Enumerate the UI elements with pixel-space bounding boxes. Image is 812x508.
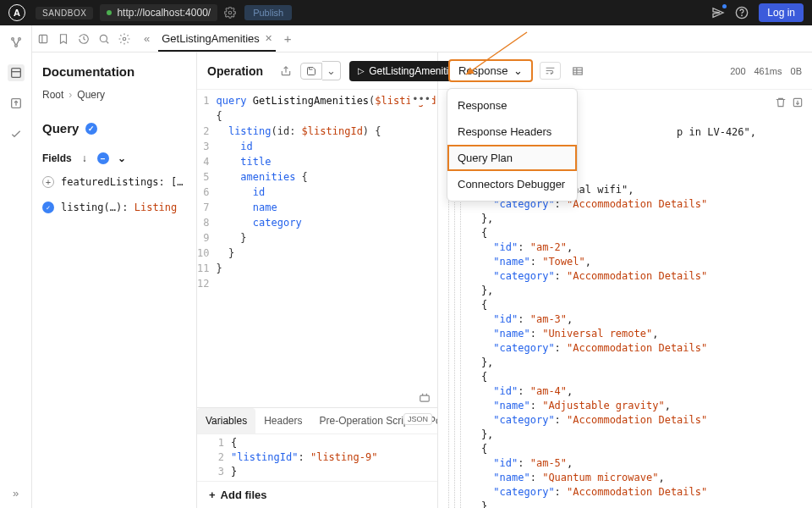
add-files-label: Add files: [221, 489, 267, 501]
overflow-icon[interactable]: •••: [410, 93, 432, 105]
status-code: 200: [730, 66, 745, 76]
topbar: A SANDBOX http://localhost:4000/ Publish…: [0, 0, 812, 25]
vars-content[interactable]: { "listingId": "listing-9"}: [231, 436, 377, 479]
breadcrumb: Root › Query: [42, 89, 186, 101]
format-icon[interactable]: [419, 392, 431, 404]
code-content[interactable]: query GetListingAmenities($listingId: ID…: [216, 93, 437, 407]
dd-item-query-plan[interactable]: Query Plan: [447, 145, 577, 171]
field-featured-listings[interactable]: + featuredListings: […: [42, 174, 186, 190]
svg-point-9: [100, 35, 107, 41]
save-button-group[interactable]: ⌄: [300, 61, 341, 80]
svg-point-10: [123, 37, 126, 41]
svg-rect-11: [420, 395, 430, 401]
collapse-panel-icon[interactable]: «: [144, 32, 150, 45]
svg-rect-8: [39, 35, 47, 42]
tab-label: GetListingAmenities: [162, 32, 260, 45]
login-button[interactable]: Log in: [759, 3, 804, 22]
svg-point-4: [18, 38, 20, 41]
explorer-icon[interactable]: [8, 64, 25, 81]
svg-point-0: [228, 11, 232, 14]
field-label: listing(…): Listing: [61, 202, 177, 213]
field-listing[interactable]: ✓ listing(…): Listing: [42, 200, 186, 215]
json-badge: JSON: [403, 413, 432, 425]
chevron-right-icon: ›: [69, 89, 72, 101]
add-tab-icon[interactable]: +: [284, 31, 292, 46]
gear-icon[interactable]: [224, 7, 236, 19]
history-icon[interactable]: [78, 33, 90, 45]
table-icon[interactable]: [568, 63, 588, 80]
dd-item-response-headers[interactable]: Response Headers: [447, 119, 577, 145]
save-icon[interactable]: [300, 63, 322, 80]
panel-icon[interactable]: [37, 33, 49, 45]
expand-icon[interactable]: »: [13, 487, 19, 500]
notification-dot: [722, 4, 727, 8]
left-iconbar: »: [0, 25, 32, 508]
wrap-icon[interactable]: [540, 62, 561, 80]
query-heading-label: Query: [42, 121, 79, 135]
svg-point-2: [742, 15, 743, 16]
logo[interactable]: A: [8, 4, 25, 21]
check-circle-icon[interactable]: ✓: [42, 202, 54, 213]
variables-panel: Variables Headers Pre-Operation Script P…: [197, 407, 437, 508]
svg-point-5: [14, 45, 17, 47]
help-icon[interactable]: [735, 6, 749, 19]
chevron-down-icon[interactable]: ⌄: [322, 61, 341, 80]
field-label: featuredListings: […: [61, 176, 184, 188]
schema-icon[interactable]: [8, 34, 25, 51]
operation-title: Operation: [207, 64, 263, 78]
share-icon[interactable]: [280, 65, 292, 77]
response-dropdown-menu: Response Response Headers Query Plan Con…: [447, 88, 578, 202]
breadcrumb-query[interactable]: Query: [77, 89, 105, 101]
response-panel: Response ⌄ 200 461ms 0B Response Respons…: [438, 52, 812, 508]
dd-item-connectors-debugger[interactable]: Connectors Debugger: [447, 171, 577, 197]
check-badge-icon: ✓: [85, 123, 97, 135]
notification-icon[interactable]: [711, 6, 725, 19]
bookmark-icon[interactable]: [58, 33, 69, 45]
operation-panel: Operation ⌄ GetListingAmenities 1 234567…: [197, 52, 438, 508]
tab-headers[interactable]: Headers: [255, 408, 310, 433]
chevron-down-icon: ⌄: [513, 64, 523, 77]
publish-button[interactable]: Publish: [244, 5, 292, 20]
gutter: 1 23456789101112: [197, 93, 216, 407]
tabbar: « GetListingAmenities ✕ +: [32, 25, 812, 52]
close-icon[interactable]: ✕: [265, 33, 272, 44]
breadcrumb-root[interactable]: Root: [42, 89, 63, 101]
minus-circle-icon[interactable]: −: [97, 152, 109, 164]
query-heading: Query ✓: [42, 121, 186, 135]
variables-editor[interactable]: 123 { "listingId": "listing-9"}: [197, 434, 437, 481]
svg-point-3: [11, 38, 14, 41]
response-meta: 200 461ms 0B: [730, 66, 802, 76]
vars-gutter: 123: [197, 436, 231, 479]
fields-row: Fields ↓ − ⌄: [42, 152, 186, 164]
response-dropdown[interactable]: Response ⌄: [448, 59, 533, 82]
checks-icon[interactable]: [8, 125, 25, 142]
response-size: 0B: [791, 66, 802, 76]
plus-icon: +: [209, 489, 216, 501]
sandbox-badge: SANDBOX: [36, 7, 93, 19]
svg-rect-6: [11, 69, 20, 78]
settings-icon[interactable]: [118, 33, 130, 45]
status-dot-icon: [107, 10, 112, 15]
chevron-down-icon[interactable]: ⌄: [116, 152, 128, 164]
add-files-button[interactable]: +Add files: [197, 481, 437, 508]
url-text: http://localhost:4000/: [117, 7, 211, 19]
url-input[interactable]: http://localhost:4000/: [100, 4, 217, 21]
response-time: 461ms: [754, 66, 782, 76]
upload-icon[interactable]: [8, 95, 25, 112]
svg-rect-12: [573, 67, 582, 74]
plus-circle-icon[interactable]: +: [42, 176, 54, 188]
tab-variables[interactable]: Variables: [197, 408, 255, 433]
tab-active[interactable]: GetListingAmenities ✕: [158, 27, 276, 52]
arrow-down-icon[interactable]: ↓: [79, 152, 91, 164]
code-editor[interactable]: 1 23456789101112 query GetListingAmeniti…: [197, 90, 437, 407]
search-icon[interactable]: [98, 33, 110, 45]
dd-item-response[interactable]: Response: [447, 92, 577, 119]
doc-title: Documentation: [42, 64, 186, 79]
fields-label: Fields: [42, 152, 72, 164]
response-dropdown-label: Response: [458, 64, 508, 77]
documentation-panel: Documentation Root › Query Query ✓ Field…: [32, 52, 197, 508]
